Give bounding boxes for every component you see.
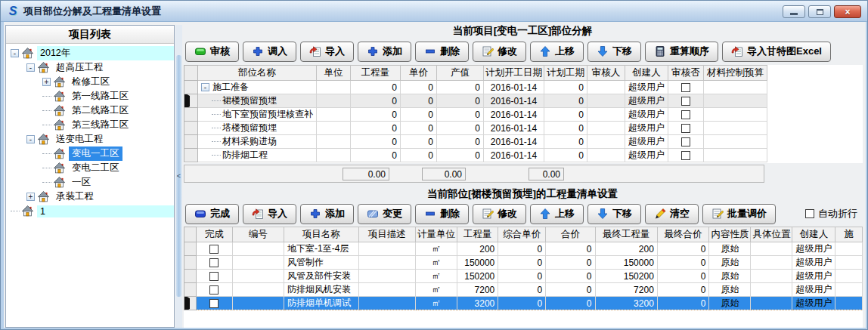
tree-item[interactable]: 变电一工区 <box>6 146 174 161</box>
row-header-cell[interactable] <box>184 135 198 149</box>
column-header[interactable]: 计划工期 <box>544 66 587 81</box>
row-header-cell[interactable] <box>184 242 197 256</box>
recalc-order-button[interactable]: 重算顺序 <box>645 42 718 62</box>
row-header-cell[interactable] <box>184 283 197 297</box>
column-header[interactable]: 编号 <box>232 227 284 242</box>
tree-item[interactable]: 一区 <box>6 175 174 190</box>
import-gantt-excel-button[interactable]: 导入甘特图Excel <box>722 42 831 62</box>
close-button[interactable]: × <box>834 5 861 18</box>
column-header[interactable]: 审核否 <box>668 66 704 81</box>
audited-checkbox[interactable] <box>681 124 690 133</box>
tree-item[interactable]: +承装工程 <box>6 190 174 204</box>
row-header-cell[interactable] <box>184 270 197 283</box>
audited-checkbox[interactable] <box>681 137 690 146</box>
table-row[interactable]: 防排烟单机调试㎡32000032000原始超级用户 <box>184 297 863 310</box>
audited-checkbox[interactable] <box>681 83 690 92</box>
tree-expander-icon[interactable]: + <box>42 78 51 86</box>
move-up-button-bottom[interactable]: 上移 <box>530 204 584 224</box>
table-row[interactable]: 塔楼预留预埋0002016-01-140超级用户 <box>184 122 767 135</box>
column-header[interactable]: 项目描述 <box>358 227 415 242</box>
maximize-button[interactable] <box>808 5 831 18</box>
row-expander-icon[interactable]: - <box>201 83 209 91</box>
add-button[interactable]: 添加 <box>358 42 411 62</box>
audited-checkbox[interactable] <box>681 97 690 106</box>
audited-checkbox[interactable] <box>681 151 690 160</box>
column-header[interactable]: 审核人 <box>587 66 625 81</box>
row-header-cell[interactable] <box>184 256 197 270</box>
row-header-cell[interactable] <box>184 94 198 108</box>
audited-checkbox[interactable] <box>681 110 690 119</box>
done-checkbox[interactable] <box>209 299 219 308</box>
column-header[interactable]: 计量单位 <box>415 227 457 242</box>
tree-item[interactable]: -送变电工程 <box>6 132 174 146</box>
delete-button-bottom[interactable]: 删除 <box>415 204 469 224</box>
column-header[interactable]: 计划开工日期 <box>484 66 544 81</box>
column-header[interactable]: 最终工程量 <box>595 227 657 242</box>
move-down-button[interactable]: 下移 <box>587 42 641 62</box>
column-header[interactable]: 工程量 <box>351 66 401 81</box>
column-header[interactable]: 完成 <box>197 227 233 242</box>
tree-expander-icon[interactable]: - <box>26 135 35 143</box>
table-row[interactable]: 材料采购进场0002016-01-140超级用户 <box>184 135 767 149</box>
column-header[interactable]: 单价 <box>401 66 437 81</box>
column-header[interactable]: 具体位置 <box>751 227 792 242</box>
finish-button[interactable]: 完成 <box>185 204 239 224</box>
import-button[interactable]: 导入 <box>300 42 354 62</box>
table-row[interactable]: 风管及部件安装㎡150200001502000原始超级用户 <box>184 270 863 283</box>
column-header[interactable]: 产值 <box>437 66 484 81</box>
column-header[interactable]: 最终合价 <box>657 227 709 242</box>
column-header[interactable]: 项目名称 <box>284 227 359 242</box>
table-row[interactable]: 裙楼预留预埋0002016-01-140超级用户 <box>184 94 767 108</box>
tree-item[interactable]: -超高压工程 <box>6 60 174 75</box>
done-checkbox[interactable] <box>209 258 219 267</box>
tree-item[interactable]: 1 <box>6 204 174 218</box>
column-header[interactable]: 工程量 <box>457 227 498 242</box>
add-button-bottom[interactable]: 添加 <box>300 204 354 224</box>
change-button[interactable]: 变更 <box>358 204 411 224</box>
tree-expander-icon[interactable]: - <box>11 49 19 57</box>
modify-button-bottom[interactable]: 修改 <box>473 204 526 224</box>
clear-button[interactable]: 清空 <box>645 204 699 224</box>
table-row[interactable]: 地下室预留预埋核查补0002016-01-140超级用户 <box>184 108 767 122</box>
tree-item[interactable]: 第二线路工区 <box>6 103 174 118</box>
delete-button[interactable]: 删除 <box>415 42 469 62</box>
tree-item[interactable]: -2012年 <box>6 46 174 60</box>
panel-splitter[interactable]: < <box>175 25 182 328</box>
move-down-button-bottom[interactable]: 下移 <box>587 204 641 224</box>
column-header[interactable]: 合价 <box>546 227 595 242</box>
table-row[interactable]: 风管制作㎡150000001500000原始超级用户 <box>184 256 863 270</box>
column-header[interactable]: 综合单价 <box>498 227 546 242</box>
splitter-collapse-handle[interactable]: < <box>176 55 181 297</box>
tree-expander-icon[interactable]: - <box>26 63 35 72</box>
import-button-bottom[interactable]: 导入 <box>243 204 296 224</box>
audit-button[interactable]: 审核 <box>185 42 239 62</box>
move-up-button[interactable]: 上移 <box>530 42 584 62</box>
tree-expander-icon[interactable]: + <box>26 193 35 201</box>
table-row[interactable]: 地下室-1至-4层㎡200002000原始超级用户 <box>184 242 863 256</box>
modify-button[interactable]: 修改 <box>473 42 526 62</box>
done-checkbox[interactable] <box>209 272 219 281</box>
minimize-button[interactable] <box>783 5 805 18</box>
row-header-cell[interactable] <box>184 149 198 162</box>
tree-item[interactable]: 变电二工区 <box>6 161 174 175</box>
tree-item[interactable]: 第一线路工区 <box>6 89 174 103</box>
tree-item[interactable]: +检修工区 <box>6 75 174 89</box>
row-header-cell[interactable] <box>184 81 198 94</box>
column-header[interactable]: 施 <box>835 227 863 242</box>
column-header[interactable]: 单位 <box>317 66 351 81</box>
done-checkbox[interactable] <box>209 245 219 254</box>
row-header-cell[interactable] <box>184 122 198 135</box>
pull-in-button[interactable]: 调入 <box>243 42 296 62</box>
batch-price-button[interactable]: 批量调价 <box>702 204 776 224</box>
auto-wrap-checkbox[interactable] <box>805 209 814 218</box>
tree-item[interactable]: 第三线路工区 <box>6 118 174 132</box>
column-header[interactable]: 内容性质 <box>709 227 751 242</box>
column-header[interactable]: 部位名称 <box>198 66 317 81</box>
table-row[interactable]: 防排烟工程0002016-01-140超级用户 <box>184 149 767 162</box>
column-header[interactable]: 创建人 <box>625 66 668 81</box>
auto-wrap-option[interactable]: 自动折行 <box>805 207 857 221</box>
row-header-cell[interactable] <box>184 297 197 310</box>
table-row[interactable]: 防排烟风机安装㎡72000072000原始超级用户 <box>184 283 863 297</box>
done-checkbox[interactable] <box>209 285 219 295</box>
row-header-cell[interactable] <box>184 108 198 122</box>
